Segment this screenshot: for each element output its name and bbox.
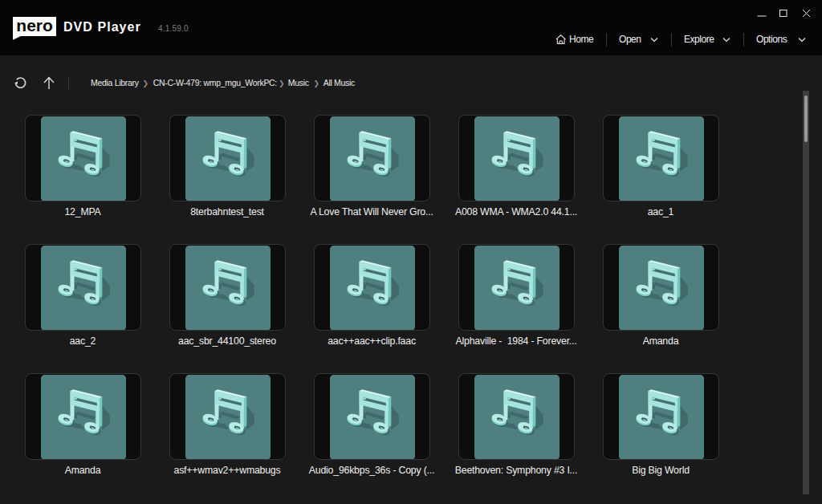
svg-text:nero: nero (16, 17, 52, 35)
